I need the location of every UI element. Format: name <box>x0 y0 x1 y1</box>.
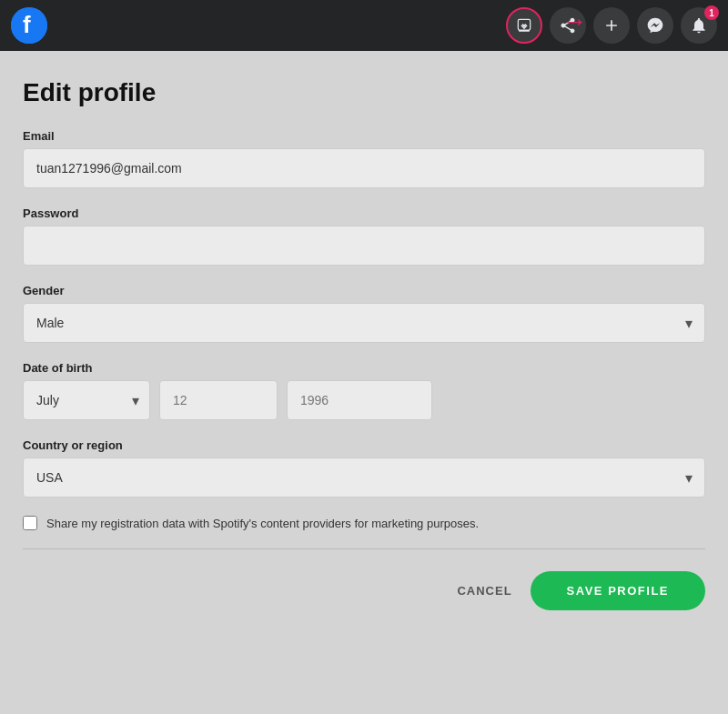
marketing-checkbox-row: Share my registration data with Spotify'… <box>23 516 705 530</box>
dob-day-field[interactable] <box>159 380 278 420</box>
download-icon <box>515 16 533 35</box>
country-label: Country or region <box>23 438 705 452</box>
messenger-icon <box>646 16 664 35</box>
marketing-checkbox-label: Share my registration data with Spotify'… <box>46 517 479 530</box>
save-profile-button[interactable]: SAVE PROFILE <box>531 571 705 610</box>
dob-year-field[interactable] <box>287 380 432 420</box>
email-group: Email <box>23 129 705 188</box>
content-area: Edit profile Email Password Gender Male … <box>0 51 728 714</box>
page-title: Edit profile <box>23 78 705 107</box>
dob-label: Date of birth <box>23 361 705 375</box>
navbar: f → <box>0 0 728 51</box>
download-icon-button[interactable] <box>506 7 542 44</box>
red-arrow-indicator: → <box>561 7 587 36</box>
email-field[interactable] <box>23 148 705 188</box>
marketing-checkbox[interactable] <box>23 516 37 530</box>
navbar-left: f <box>11 7 47 44</box>
gender-group: Gender Male Female Non-binary Other <box>23 284 705 343</box>
notification-badge: 1 <box>704 5 719 20</box>
gender-select-wrapper: Male Female Non-binary Other <box>23 303 705 343</box>
notifications-icon-button[interactable]: 1 <box>681 7 717 44</box>
dob-group: Date of birth January February March Apr… <box>23 361 705 420</box>
gender-label: Gender <box>23 284 705 297</box>
messenger-icon-button[interactable] <box>637 7 673 44</box>
navbar-right: 1 <box>506 7 717 44</box>
form-divider <box>23 548 705 549</box>
country-group: Country or region USA UK Canada Australi… <box>23 438 705 498</box>
dob-day-wrapper <box>159 380 278 420</box>
bell-icon <box>690 16 708 35</box>
password-label: Password <box>23 206 705 220</box>
footer-row: CANCEL SAVE PROFILE <box>23 564 705 610</box>
facebook-logo: f <box>11 7 47 44</box>
svg-text:f: f <box>23 11 31 38</box>
dob-month-select[interactable]: January February March April May June Ju… <box>23 380 150 420</box>
dob-row: January February March April May June Ju… <box>23 380 705 420</box>
country-select[interactable]: USA UK Canada Australia Germany France <box>23 458 705 498</box>
email-label: Email <box>23 129 705 143</box>
dob-year-wrapper <box>287 380 432 420</box>
cancel-button[interactable]: CANCEL <box>457 584 511 598</box>
dob-month-wrapper: January February March April May June Ju… <box>23 380 150 420</box>
country-select-wrapper: USA UK Canada Australia Germany France <box>23 458 705 498</box>
add-icon-button[interactable] <box>593 7 630 44</box>
gender-select[interactable]: Male Female Non-binary Other <box>23 303 705 343</box>
password-field[interactable] <box>23 226 705 266</box>
plus-icon <box>602 16 621 35</box>
password-group: Password <box>23 206 705 266</box>
